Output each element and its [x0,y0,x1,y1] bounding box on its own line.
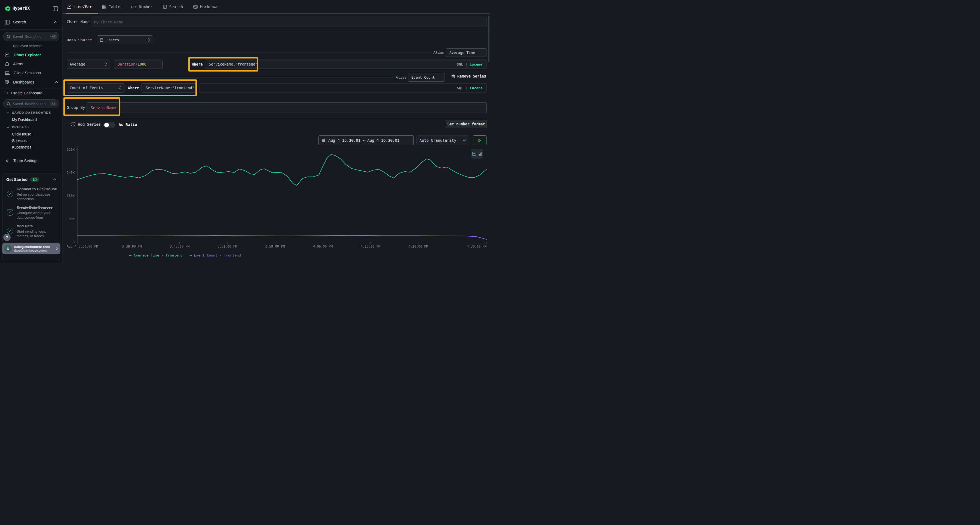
lucene-mode-button[interactable]: Lucene [470,86,483,90]
shortcut-badge: ⌘K [50,34,57,39]
saved-dashboards-section-header[interactable]: SAVED DASHBOARDS [0,111,63,114]
svg-text:80K: 80K [68,217,75,221]
tab-number[interactable]: 123 Number [130,0,153,14]
series1-field-input[interactable]: Duration/1000 [114,60,162,69]
legend-swatch: — [190,253,192,257]
view-tabs: Line/Bar Table 123 Number [67,0,219,14]
shortcut-badge: ⌘K [50,102,57,106]
divider [67,78,393,78]
sql-mode-button[interactable]: SQL [457,62,463,67]
chevron-down-icon [6,126,10,128]
legend-entry[interactable]: —Average Time · frontend [129,253,183,257]
legend-swatch: — [129,253,132,257]
add-series-button[interactable]: Add Series [71,122,101,127]
dashboards-icon [5,80,9,84]
divider [0,87,63,88]
help-button[interactable]: ? [3,234,11,241]
saved-dashboards-input[interactable]: Saved Dashboards ⌘K [3,99,59,108]
create-dashboard-button[interactable]: + Create Dashboard [6,90,43,95]
search-section-icon [5,20,10,24]
number-123-icon: 123 [130,5,136,9]
timeseries-chart[interactable]: 080K160K240K320KAug 4 3:30:00 PM3:38:00 … [65,139,488,252]
svg-text:240K: 240K [67,171,75,174]
group-by-input[interactable]: ServiceName [87,102,487,113]
sidebar-item-services[interactable]: Services [12,138,27,143]
series2-where-label: Where [128,86,139,90]
chart-name-input[interactable] [91,17,487,27]
svg-text:3:38:00 PM: 3:38:00 PM [122,244,142,248]
series2-where-input[interactable]: ServiceName:"frontend" [142,83,197,92]
collapse-sidebar-icon[interactable] [53,6,58,11]
legend-entry[interactable]: —Event Count · frontend [190,253,241,257]
series1-aggregation-select[interactable]: Average [67,60,110,69]
data-source-select[interactable]: Traces [97,35,153,44]
check-circle-icon: ✓ [7,191,13,197]
line-chart-toggle-icon[interactable] [472,152,476,155]
data-source-label: Data Source [67,38,92,42]
svg-text:4:13:00 PM: 4:13:00 PM [361,244,380,248]
remove-series-button[interactable]: Remove Series [451,74,486,78]
sidebar-item-my-dashboard[interactable]: My Dashboard [12,117,37,122]
divider [67,52,431,53]
series2-alias-input[interactable] [408,73,445,82]
get-started-item[interactable]: ✓ Add Data Start sending logs, metrics, … [2,220,60,238]
chevron-down-icon [6,112,10,114]
tab-markdown[interactable]: Markdown [193,0,218,14]
sidebar-item-client-sessions[interactable]: Client Sessions [0,69,63,77]
saved-searches-input[interactable]: Saved Searches ⌘K [3,32,59,41]
alias-label: Alias [433,50,444,54]
tab-line-bar[interactable]: Line/Bar [67,0,92,14]
series1-alias-input[interactable] [446,48,487,57]
check-circle-icon: ✓ [7,228,13,234]
chart-explorer-icon [5,53,10,57]
alias-label: Alias [396,75,406,79]
no-saved-searches-text: No saved searches [13,44,43,48]
svg-text:4:06:00 PM: 4:06:00 PM [313,244,332,248]
markdown-icon [193,5,197,9]
bar-chart-toggle-icon[interactable] [479,152,482,155]
hyperdx-logo-icon [5,6,11,12]
line-chart-icon [67,5,71,9]
avatar: D [4,245,12,252]
series1-where-label: Where [192,62,203,67]
select-chevrons-icon [119,86,121,90]
sidebar-item-dashboards[interactable]: Dashboards [0,78,63,86]
tab-search[interactable]: Search [163,0,183,14]
search-icon [7,102,11,106]
chevron-up-icon[interactable] [53,178,56,181]
chevron-up-icon[interactable] [55,81,58,83]
search-section-label[interactable]: Search [13,20,26,24]
series1-where-input[interactable]: ServiceName:"frontend" SQL | Lucene [205,60,487,69]
sql-mode-button[interactable]: SQL [457,86,463,90]
plus-icon: + [6,90,8,95]
sidebar-item-chart-explorer[interactable]: Chart Explorer [0,51,63,59]
table-icon [102,5,106,9]
sidebar-item-clickhouse[interactable]: ClickHouse [12,132,31,136]
chart-type-toggle [471,149,483,159]
tab-table[interactable]: Table [102,0,120,14]
gear-icon [5,159,10,163]
sidebar-item-alerts[interactable]: Alerts [0,60,63,68]
svg-text:3:45:00 PM: 3:45:00 PM [170,244,189,248]
legend-label: Average Time · frontend [134,253,183,257]
plus-circle-icon [71,122,75,127]
sidebar-item-team-settings[interactable]: Team Settings [0,157,63,165]
svg-text:320K: 320K [67,148,75,152]
lucene-mode-button[interactable]: Lucene [469,62,482,67]
series2-aggregation-select[interactable]: Count of Events [67,83,124,92]
sidebar-item-kubernetes[interactable]: Kubernetes [12,145,32,149]
presets-section-header[interactable]: PRESETS [0,125,63,128]
as-ratio-toggle[interactable] [103,122,115,128]
set-number-format-button[interactable]: Set number format [445,120,487,128]
user-menu[interactable]: D dale@clickhouse.com dale@clickhouse.co… [2,243,60,254]
get-started-title: Get Started [6,178,27,182]
user-email: dale@clickhouse.com [14,245,53,249]
tabbar-divider [63,13,490,14]
get-started-item[interactable]: ✓ Create Data Sources Configure where yo… [2,201,60,220]
chevron-up-icon[interactable] [54,21,57,23]
database-icon [100,38,103,42]
select-chevrons-icon [105,62,107,66]
svg-text:Aug 4 3:30:00 PM: Aug 4 3:30:00 PM [67,244,98,248]
scrollbar-thumb[interactable] [488,16,490,62]
get-started-item[interactable]: ✓ Connect to ClickHouse Set up your data… [2,182,60,201]
